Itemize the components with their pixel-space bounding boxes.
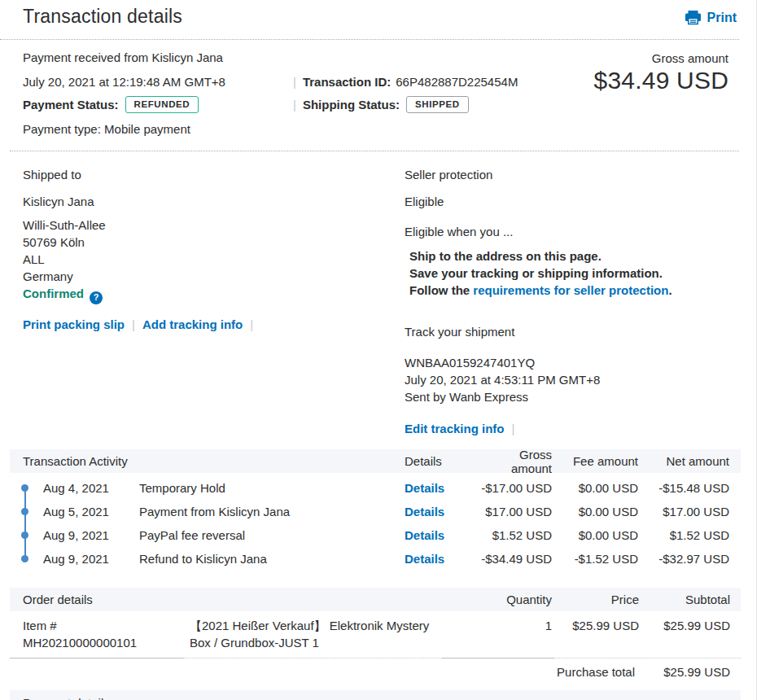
column-header-quantity: Quantity bbox=[487, 593, 552, 606]
activity-row: Aug 9, 2021 PayPal fee reversal Details … bbox=[10, 523, 741, 547]
order-divider bbox=[10, 658, 741, 658]
confirmed-link[interactable]: Confirmed bbox=[23, 287, 84, 300]
activity-table: Aug 4, 2021 Temporary Hold Details -$17.… bbox=[10, 476, 741, 571]
address-line: 50769 Köln bbox=[23, 234, 373, 251]
activity-net: -$32.97 USD bbox=[638, 552, 729, 566]
activity-gross: -$34.49 USD bbox=[476, 552, 552, 566]
shipped-to-heading: Shipped to bbox=[23, 166, 373, 183]
eligibility-heading: Eligible when you ... bbox=[405, 223, 746, 240]
transaction-id-value: 66P482887D225454M bbox=[396, 75, 518, 89]
shipping-status-label: Shipping Status: bbox=[303, 98, 400, 112]
requirements-link[interactable]: requirements for seller protection bbox=[473, 283, 668, 297]
eligibility-item: Follow the requirements for seller prote… bbox=[409, 282, 746, 299]
payment-details-section: Payment details bbox=[10, 690, 741, 700]
printer-icon bbox=[685, 10, 702, 25]
payment-details-heading: Payment details bbox=[23, 696, 110, 700]
details-link[interactable]: Details bbox=[405, 552, 444, 566]
activity-net: -$15.48 USD bbox=[638, 481, 729, 495]
tracking-number: WNBAA0159247401YQ bbox=[405, 354, 746, 371]
separator: | bbox=[293, 98, 296, 112]
seller-protection-heading: Seller protection bbox=[405, 166, 746, 183]
activity-fee: -$1.52 USD bbox=[552, 552, 638, 566]
shipped-to-section: Shipped to Kislicyn Jana Willi-Suth-Alle… bbox=[23, 160, 373, 333]
add-tracking-info-link[interactable]: Add tracking info bbox=[142, 317, 243, 331]
activity-gross: $1.52 USD bbox=[476, 528, 552, 542]
payment-status-label: Payment Status: bbox=[23, 98, 119, 112]
print-label: Print bbox=[707, 11, 737, 25]
panel-right-border bbox=[756, 0, 757, 700]
activity-date: Aug 9, 2021 bbox=[43, 528, 139, 542]
activity-date: Aug 9, 2021 bbox=[43, 552, 139, 566]
activity-gross: -$17.00 USD bbox=[476, 481, 552, 495]
order-row: Item # MH20210000000101 【2021 Heißer Ver… bbox=[10, 617, 741, 651]
activity-description: PayPal fee reversal bbox=[139, 528, 405, 542]
activity-description: Temporary Hold bbox=[139, 481, 405, 495]
transaction-date: July 20, 2021 at 12:19:48 AM GMT+8 bbox=[23, 75, 293, 89]
column-header-gross: Gross amount bbox=[476, 448, 552, 475]
shipment-date: July 20, 2021 at 4:53:11 PM GMT+8 bbox=[405, 371, 746, 388]
column-header-fee: Fee amount bbox=[552, 454, 638, 468]
column-header-details: Details bbox=[405, 454, 476, 468]
details-link[interactable]: Details bbox=[405, 481, 444, 495]
order-header: Order details Quantity Price Subtotal bbox=[10, 588, 741, 611]
address-line: ALL bbox=[23, 251, 373, 268]
seller-protection-section: Seller protection Eligible Eligible when… bbox=[405, 160, 746, 437]
purchase-total-row: Purchase total $25.99 USD bbox=[10, 665, 741, 679]
item-number: MH20210000000101 bbox=[23, 634, 190, 651]
gross-amount-label: Gross amount bbox=[652, 51, 728, 65]
details-link[interactable]: Details bbox=[405, 505, 444, 518]
column-header-price: Price bbox=[552, 593, 639, 606]
eligibility-item: Save your tracking or shipping informati… bbox=[409, 265, 746, 282]
transaction-id-label: Transaction ID: bbox=[303, 75, 391, 89]
separator: | bbox=[250, 317, 253, 331]
activity-header: Transaction Activity Details Gross amoun… bbox=[10, 449, 741, 473]
seller-protection-status: Eligible bbox=[405, 193, 746, 210]
follow-suffix: . bbox=[668, 283, 671, 297]
received-from: Payment received from Kislicyn Jana bbox=[23, 50, 223, 64]
item-quantity: 1 bbox=[487, 617, 552, 634]
header-divider bbox=[0, 39, 739, 40]
item-number-label: Item # bbox=[23, 617, 190, 634]
shipping-status-badge: SHIPPED bbox=[406, 96, 469, 113]
timeline-dot bbox=[21, 555, 28, 562]
eligibility-item: Ship to the address on this page. bbox=[409, 247, 746, 265]
activity-gross: $17.00 USD bbox=[476, 505, 552, 518]
gross-amount-value: $34.49 USD bbox=[594, 67, 728, 94]
details-link[interactable]: Details bbox=[405, 528, 444, 542]
item-price: $25.99 USD bbox=[552, 617, 639, 634]
activity-row: Aug 9, 2021 Refund to Kislicyn Jana Deta… bbox=[10, 547, 741, 571]
activity-row: Aug 4, 2021 Temporary Hold Details -$17.… bbox=[10, 476, 741, 500]
shipment-carrier: Sent by Wanb Express bbox=[405, 388, 746, 405]
separator: | bbox=[132, 317, 135, 331]
column-header-net: Net amount bbox=[638, 454, 729, 468]
activity-fee: $0.00 USD bbox=[552, 528, 638, 542]
payment-type: Payment type: Mobile payment bbox=[23, 122, 190, 136]
help-icon[interactable]: ? bbox=[90, 291, 103, 304]
separator: | bbox=[293, 75, 296, 89]
item-description: Box / Grundbox-JUST 1 bbox=[190, 634, 487, 651]
print-button[interactable]: Print bbox=[685, 10, 737, 25]
activity-heading: Transaction Activity bbox=[10, 454, 405, 468]
activity-date: Aug 5, 2021 bbox=[43, 505, 139, 518]
edit-tracking-link[interactable]: Edit tracking info bbox=[405, 422, 505, 435]
column-header-subtotal: Subtotal bbox=[639, 593, 730, 606]
item-subtotal: $25.99 USD bbox=[639, 617, 730, 634]
follow-prefix: Follow the bbox=[409, 283, 473, 297]
order-details-heading: Order details bbox=[10, 593, 487, 606]
track-shipment-heading: Track your shipment bbox=[405, 323, 746, 340]
recipient-name: Kislicyn Jana bbox=[23, 193, 373, 210]
timeline-dot bbox=[21, 532, 28, 539]
purchase-total-value: $25.99 USD bbox=[635, 665, 730, 679]
activity-row: Aug 5, 2021 Payment from Kislicyn Jana D… bbox=[10, 500, 741, 523]
activity-net: $17.00 USD bbox=[638, 505, 729, 518]
timeline-dot bbox=[21, 484, 28, 492]
separator: | bbox=[512, 422, 515, 435]
activity-description: Refund to Kislicyn Jana bbox=[139, 552, 405, 566]
item-description: 【2021 Heißer Verkauf】 Elektronik Mystery bbox=[190, 617, 487, 634]
print-packing-slip-link[interactable]: Print packing slip bbox=[23, 317, 125, 331]
payment-status-badge: REFUNDED bbox=[125, 96, 199, 113]
address-line: Germany bbox=[23, 268, 373, 285]
activity-fee: $0.00 USD bbox=[552, 481, 638, 495]
activity-fee: $0.00 USD bbox=[552, 505, 638, 518]
address-line: Willi-Suth-Allee bbox=[23, 217, 373, 234]
